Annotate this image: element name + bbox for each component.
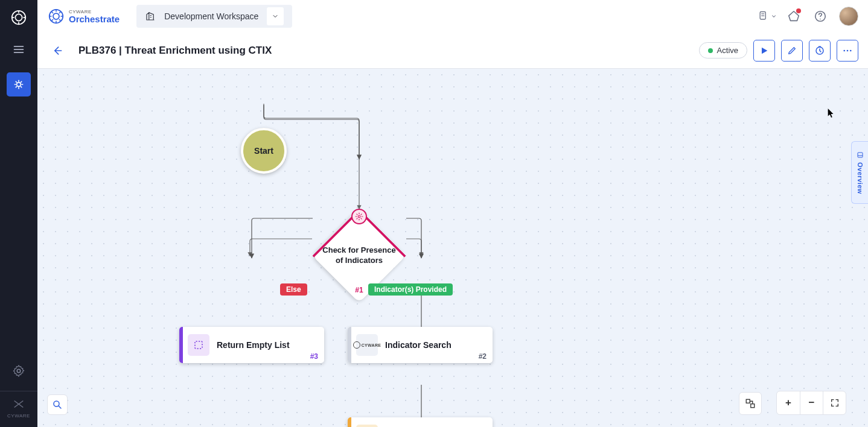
svg-point-1 <box>15 14 22 21</box>
list-icon <box>188 334 209 356</box>
indicator-search-number: #2 <box>479 352 487 361</box>
fullscreen-button[interactable] <box>823 391 846 414</box>
nav-settings-button[interactable] <box>12 364 25 378</box>
svg-point-5 <box>53 13 59 19</box>
zoom-in-button[interactable]: + <box>777 391 800 414</box>
svg-rect-17 <box>746 399 750 403</box>
page-subheader: PLB376 | Threat Enrichment using CTIX Ac… <box>37 33 868 69</box>
notification-dot <box>796 8 801 13</box>
format-results-node[interactable]: Format Results #4 <box>348 417 493 427</box>
gear-icon <box>356 425 378 427</box>
brand: CYWARE Orchestrate <box>47 7 120 25</box>
flow-connectors <box>37 69 868 427</box>
rail-footer-label: CYWARE <box>7 413 30 419</box>
gear-icon <box>351 209 367 224</box>
svg-rect-18 <box>751 404 755 408</box>
export-dropdown[interactable] <box>757 6 777 27</box>
top-header: CYWARE Orchestrate Development Workspace <box>37 0 868 33</box>
chevron-down-icon <box>267 7 284 25</box>
decision-number: #1 <box>355 286 363 294</box>
nav-menu-button[interactable] <box>7 37 31 62</box>
back-button[interactable] <box>47 40 68 61</box>
zoom-out-button[interactable]: − <box>800 391 823 414</box>
overview-tab-label: Overview <box>857 162 864 194</box>
indicator-search-label: Indicator Search <box>385 340 452 350</box>
start-node-label: Start <box>254 146 273 156</box>
svg-point-10 <box>847 49 849 51</box>
decision-node[interactable]: Check for Presence of Indicators #1 <box>308 220 410 292</box>
notifications-button[interactable] <box>783 6 804 27</box>
cyware-vendor-icon: CYWARE <box>356 334 378 356</box>
return-empty-node[interactable]: Return Empty List #3 <box>179 327 324 363</box>
return-empty-label: Return Empty List <box>217 340 290 350</box>
svg-point-16 <box>54 401 59 406</box>
status-dot-icon <box>708 48 713 53</box>
schedule-button[interactable] <box>809 40 831 62</box>
zoom-controls: + − <box>776 391 846 415</box>
overview-tab[interactable]: Overview <box>851 141 868 204</box>
svg-point-9 <box>843 49 845 51</box>
workspace-label: Development Workspace <box>164 11 258 21</box>
svg-rect-13 <box>195 341 202 349</box>
left-nav-rail: CYWARE <box>0 0 37 427</box>
branch-else-label[interactable]: Else <box>280 283 307 296</box>
page-title: PLB376 | Threat Enrichment using CTIX <box>78 45 272 57</box>
svg-point-3 <box>17 369 21 373</box>
return-empty-number: #3 <box>310 352 318 361</box>
rail-footer: CYWARE <box>0 391 37 427</box>
run-button[interactable] <box>753 40 775 62</box>
building-icon <box>145 11 156 22</box>
status-badge: Active <box>699 42 747 59</box>
nav-playbooks-button[interactable] <box>7 72 31 96</box>
status-label: Active <box>717 46 738 55</box>
search-canvas-button[interactable] <box>47 394 68 415</box>
brand-icon <box>47 7 65 25</box>
user-avatar[interactable] <box>839 7 858 26</box>
app-logo-icon <box>10 8 28 27</box>
panel-icon <box>857 151 864 159</box>
branch-provided-label[interactable]: Indicator(s) Provided <box>368 283 453 296</box>
decision-label: Check for Presence of Indicators <box>322 245 395 266</box>
more-actions-button[interactable] <box>837 40 858 62</box>
svg-point-2 <box>17 83 21 87</box>
workspace-selector[interactable]: Development Workspace <box>136 5 292 28</box>
playbook-canvas[interactable]: Start Check for Presence of Indicators #… <box>37 69 868 427</box>
svg-rect-15 <box>858 153 863 157</box>
auto-layout-button[interactable] <box>739 392 762 415</box>
brand-bottom-label: Orchestrate <box>69 14 120 24</box>
svg-point-11 <box>850 49 852 51</box>
svg-point-12 <box>358 215 360 218</box>
start-node[interactable]: Start <box>241 128 287 174</box>
help-button[interactable] <box>810 6 831 27</box>
edit-button[interactable] <box>781 40 803 62</box>
indicator-search-node[interactable]: CYWARE Indicator Search #2 <box>348 327 493 363</box>
